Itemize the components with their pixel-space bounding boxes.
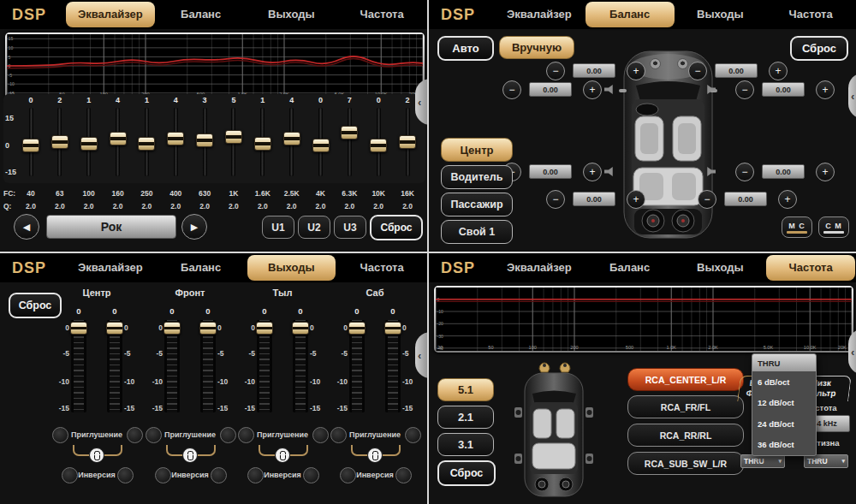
eq-band-slider-handle[interactable] xyxy=(51,135,68,149)
rca-sub-button[interactable]: RCA_SUB_SW_L/R xyxy=(627,452,744,475)
rca-rear-button[interactable]: RCA_RR/RL xyxy=(627,424,744,447)
delay-minus-button[interactable]: − xyxy=(546,62,565,80)
delay-plus-button[interactable]: + xyxy=(627,62,645,80)
output-slider-handle[interactable] xyxy=(348,322,366,335)
frequency-reset-button[interactable]: Сброс xyxy=(437,460,496,486)
eq-band-slider-handle[interactable] xyxy=(341,126,358,139)
panel-slide-handle[interactable]: ‹ xyxy=(415,332,427,378)
delay-plus-button[interactable]: + xyxy=(583,163,602,181)
rca-front-button[interactable]: RCA_FR/FL xyxy=(627,395,744,418)
preset-next-button[interactable]: ▶ xyxy=(181,214,207,240)
tab-equalizer[interactable]: Эквалайзер xyxy=(66,255,155,281)
dropdown-option[interactable]: 24 dB/oct xyxy=(752,413,816,435)
invert-toggle-right[interactable] xyxy=(211,467,227,483)
manual-mode-button[interactable]: Вручную xyxy=(499,36,574,59)
tab-outputs[interactable]: Выходы xyxy=(247,255,336,281)
tab-balance[interactable]: Баланс xyxy=(157,255,246,281)
tab-outputs[interactable]: Выходы xyxy=(676,255,765,281)
mute-toggle-left[interactable] xyxy=(52,427,68,443)
eq-band-slider-handle[interactable] xyxy=(22,139,39,152)
dropdown-option[interactable]: 12 dB/oct xyxy=(752,393,816,414)
tab-balance[interactable]: Баланс xyxy=(157,2,246,27)
tab-frequency[interactable]: Частота xyxy=(766,255,855,281)
delay-minus-button[interactable]: − xyxy=(735,163,754,181)
eq-band-slider-handle[interactable] xyxy=(138,137,155,151)
mc-mode-button[interactable]: M C xyxy=(782,216,812,238)
eq-band-slider-handle[interactable] xyxy=(225,130,242,144)
tab-frequency[interactable]: Частота xyxy=(337,2,426,27)
dropdown-option-selected[interactable]: THRU xyxy=(752,354,816,371)
preset-display[interactable]: Рок xyxy=(46,215,176,239)
channel-link-toggle[interactable] xyxy=(89,448,104,463)
output-slider-handle[interactable] xyxy=(292,322,309,335)
eq-band-slider-handle[interactable] xyxy=(80,137,98,151)
tab-outputs[interactable]: Выходы xyxy=(247,2,336,27)
invert-toggle-right[interactable] xyxy=(117,467,134,483)
position-passenger-button[interactable]: Пассажир xyxy=(441,193,513,216)
eq-band-slider-handle[interactable] xyxy=(370,139,387,152)
channel-link-toggle[interactable] xyxy=(275,448,290,463)
delay-minus-button[interactable]: − xyxy=(688,62,707,80)
mute-toggle-left[interactable] xyxy=(238,427,254,443)
delay-plus-button[interactable]: + xyxy=(816,163,835,181)
eq-band-slider-handle[interactable] xyxy=(283,132,300,145)
balance-reset-button[interactable]: Сброс xyxy=(790,36,848,61)
dropdown-option[interactable]: 36 dB/oct xyxy=(752,435,816,456)
eq-band-track[interactable] xyxy=(348,108,352,176)
preset-prev-button[interactable]: ◀ xyxy=(14,214,39,240)
delay-minus-button[interactable]: − xyxy=(502,80,521,99)
mode-3-1-button[interactable]: 3.1 xyxy=(437,433,494,456)
eq-band-slider-handle[interactable] xyxy=(110,132,127,145)
mute-toggle-left[interactable] xyxy=(330,427,347,443)
user-preset-2-button[interactable]: U2 xyxy=(298,216,330,239)
output-slider-handle[interactable] xyxy=(70,322,87,335)
eq-reset-button[interactable]: Сброс xyxy=(370,215,423,240)
delay-plus-button[interactable]: + xyxy=(583,80,602,99)
hpf-slope-combo[interactable]: THRU▾ xyxy=(740,454,785,468)
dropdown-option[interactable]: 6 dB/oct xyxy=(752,371,816,393)
position-custom-button[interactable]: Свой 1 xyxy=(441,220,513,244)
panel-slide-handle[interactable]: ‹ xyxy=(848,73,856,119)
output-slider-handle[interactable] xyxy=(384,322,401,335)
panel-slide-handle[interactable]: ‹ xyxy=(415,79,427,125)
rca-center-button[interactable]: RCA_CENTER_L/R xyxy=(627,368,744,391)
output-slider-handle[interactable] xyxy=(256,322,273,335)
tab-equalizer[interactable]: Эквалайзер xyxy=(495,2,584,27)
auto-mode-button[interactable]: Авто xyxy=(437,36,494,61)
mute-toggle-right[interactable] xyxy=(220,427,236,443)
eq-band-slider-handle[interactable] xyxy=(196,133,213,147)
position-driver-button[interactable]: Водитель xyxy=(441,165,513,189)
eq-band-slider-handle[interactable] xyxy=(254,137,271,151)
eq-band-slider-handle[interactable] xyxy=(312,139,330,152)
lpf-slope-combo[interactable]: THRU▾ xyxy=(804,454,848,468)
mode-5-1-button[interactable]: 5.1 xyxy=(437,378,494,401)
delay-minus-button[interactable]: − xyxy=(546,190,565,209)
eq-band-slider-handle[interactable] xyxy=(167,132,184,145)
delay-plus-button[interactable]: + xyxy=(627,190,645,209)
delay-minus-button[interactable]: − xyxy=(735,80,754,99)
tab-equalizer[interactable]: Эквалайзер xyxy=(66,2,155,27)
channel-link-toggle[interactable] xyxy=(182,448,198,463)
user-preset-3-button[interactable]: U3 xyxy=(334,216,366,239)
position-center-button[interactable]: Центр xyxy=(441,138,513,162)
delay-minus-button[interactable]: − xyxy=(698,190,716,209)
invert-toggle-right[interactable] xyxy=(303,467,319,483)
delay-plus-button[interactable]: + xyxy=(816,80,835,99)
tab-frequency[interactable]: Частота xyxy=(766,2,855,27)
user-preset-1-button[interactable]: U1 xyxy=(262,216,294,239)
mute-toggle-right[interactable] xyxy=(405,427,421,443)
tab-equalizer[interactable]: Эквалайзер xyxy=(495,255,584,281)
cm-mode-button[interactable]: C M xyxy=(818,216,849,238)
mute-toggle-right[interactable] xyxy=(312,427,329,443)
invert-toggle-right[interactable] xyxy=(395,467,412,483)
channel-link-toggle[interactable] xyxy=(367,448,383,463)
tab-frequency[interactable]: Частота xyxy=(337,255,426,281)
eq-band-slider-handle[interactable] xyxy=(399,135,416,149)
output-slider-handle[interactable] xyxy=(163,322,181,335)
tab-balance[interactable]: Баланс xyxy=(586,255,675,281)
delay-plus-button[interactable]: + xyxy=(778,190,797,209)
mute-toggle-right[interactable] xyxy=(127,427,143,443)
tab-outputs[interactable]: Выходы xyxy=(676,2,765,27)
output-slider-handle[interactable] xyxy=(106,322,123,335)
delay-plus-button[interactable]: + xyxy=(769,62,788,80)
